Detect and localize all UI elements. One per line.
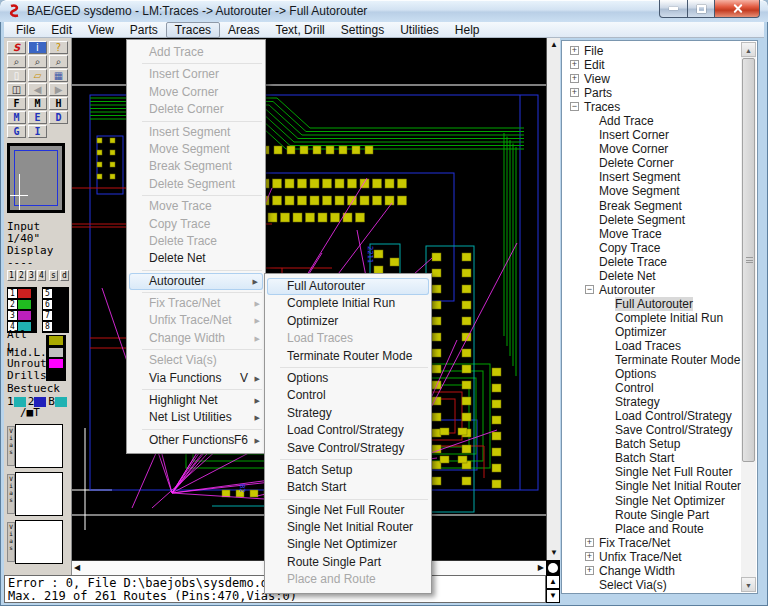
layer-row-2[interactable]: 2: [8, 299, 36, 310]
display-layer-drills[interactable]: Drills: [7, 370, 66, 382]
tree-expander-icon[interactable]: +: [570, 46, 579, 55]
menu-item-other-functions[interactable]: Other FunctionsF6▶: [127, 432, 265, 449]
menu-item-select-via-s[interactable]: Select Via(s): [127, 352, 265, 369]
layer-row-6[interactable]: 6: [43, 299, 68, 310]
tree-item-terminate-router-mode[interactable]: Terminate Router Mode: [562, 353, 740, 367]
tree-item-strategy[interactable]: Strategy: [562, 395, 740, 409]
menu-item-fix-trace-net[interactable]: Fix Trace/Net▶: [127, 295, 265, 312]
layer-row-8[interactable]: 8: [43, 321, 68, 332]
menu-item-move-trace[interactable]: Move Trace: [127, 198, 265, 215]
tree-expander-icon[interactable]: +: [570, 74, 579, 83]
layer-button-3[interactable]: 3: [27, 270, 36, 281]
maximize-button[interactable]: [688, 0, 715, 18]
status-scroll-up-button[interactable]: ▲: [546, 575, 560, 589]
layer-button-4[interactable]: 4: [37, 270, 46, 281]
menubar-item-file[interactable]: File: [8, 22, 43, 38]
scroll-down-icon[interactable]: ▼: [550, 547, 558, 559]
menu-item-change-width[interactable]: Change Width▶: [127, 330, 265, 347]
toolbar-m-0-button[interactable]: M: [28, 97, 47, 110]
pcb-vertical-scrollbar[interactable]: ▲ ▼: [546, 38, 560, 560]
minimize-button[interactable]: [659, 0, 688, 18]
open-folder-button[interactable]: ▱: [28, 69, 47, 82]
via-preview-box[interactable]: Vias: [4, 424, 66, 468]
menu-item-load-traces[interactable]: Load Traces: [265, 330, 431, 347]
layer-color-table-left[interactable]: 1234: [7, 287, 37, 333]
menu-item-optimizer[interactable]: Optimizer: [265, 313, 431, 330]
tree-item-move-corner[interactable]: Move Corner: [562, 142, 740, 156]
tree-item-autorouter[interactable]: −Autorouter: [562, 283, 740, 297]
tree-item-view[interactable]: +View: [562, 72, 740, 86]
tree-item-add-trace[interactable]: Add Trace: [562, 114, 740, 128]
layer-button-s[interactable]: s: [49, 270, 58, 281]
menu-item-place-and-route[interactable]: Place and Route: [265, 571, 431, 588]
tree-item-break-segment[interactable]: Break Segment: [562, 199, 740, 213]
tree-scroll-thumb[interactable]: [742, 58, 755, 462]
layer-row-7[interactable]: 7: [43, 310, 68, 321]
menu-item-add-trace[interactable]: Add Trace: [127, 44, 265, 61]
layer-row-5[interactable]: 5: [43, 288, 68, 299]
menu-item-route-single-part[interactable]: Route Single Part: [265, 554, 431, 571]
tree-item-batch-start[interactable]: Batch Start: [562, 451, 740, 465]
menubar-item-settings[interactable]: Settings: [333, 22, 392, 38]
tree-item-insert-corner[interactable]: Insert Corner: [562, 128, 740, 142]
back-arrow-button[interactable]: ◀: [28, 83, 47, 96]
menu-item-insert-corner[interactable]: Insert Corner: [127, 66, 265, 83]
bae-logo-button[interactable]: S: [7, 41, 26, 54]
tree-item-fix-trace-net[interactable]: +Fix Trace/Net: [562, 536, 740, 550]
tree-scroll-down-button[interactable]: ▼: [741, 577, 756, 592]
menu-item-highlight-net[interactable]: Highlight Net▶: [127, 392, 265, 409]
new-file-button[interactable]: ▯: [7, 69, 26, 82]
tree-item-select-via-s[interactable]: Select Via(s): [562, 578, 740, 592]
board-overview-thumbnail[interactable]: [7, 143, 65, 213]
tree-item-full-autorouter[interactable]: Full Autorouter: [562, 297, 740, 311]
menu-item-net-list-utilities[interactable]: Net List Utilities▶: [127, 409, 265, 426]
tree-item-edit[interactable]: +Edit: [562, 58, 740, 72]
tree-item-single-net-full-router[interactable]: Single Net Full Router: [562, 465, 740, 479]
tree-item-unfix-trace-net[interactable]: +Unfix Trace/Net: [562, 550, 740, 564]
scrollbar-corner-knob[interactable]: [546, 560, 560, 575]
tree-item-move-segment[interactable]: Move Segment: [562, 184, 740, 198]
bestueck-color-chip[interactable]: [34, 397, 46, 407]
menu-item-strategy[interactable]: Strategy: [265, 405, 431, 422]
menu-item-autorouter[interactable]: Autorouter▶: [129, 273, 263, 290]
toolbar-e-1-button[interactable]: E: [28, 111, 47, 124]
tree-scroll-up-button[interactable]: ▲: [741, 42, 756, 57]
layer-color-table-right[interactable]: 5678: [42, 287, 69, 333]
tree-item-save-control-strategy[interactable]: Save Control/Strategy: [562, 423, 740, 437]
tree-expander-icon[interactable]: +: [570, 88, 579, 97]
tree-item-options[interactable]: Options: [562, 367, 740, 381]
menu-item-move-corner[interactable]: Move Corner: [127, 84, 265, 101]
via-preview-box[interactable]: Vias: [4, 520, 66, 564]
help-button[interactable]: ?: [49, 41, 68, 54]
menubar-item-utilities[interactable]: Utilities: [392, 22, 447, 38]
menu-item-complete-initial-run[interactable]: Complete Initial Run: [265, 295, 431, 312]
tree-expander-icon[interactable]: +: [570, 60, 579, 69]
status-scroll-down-button[interactable]: ▼: [546, 589, 560, 603]
tree-item-control[interactable]: Control: [562, 381, 740, 395]
layer-row-1[interactable]: 1: [8, 288, 36, 299]
menu-item-load-control-strategy[interactable]: Load Control/Strategy: [265, 422, 431, 439]
toolbar-m-1-button[interactable]: M: [7, 111, 26, 124]
zoom-out-button[interactable]: ⌕: [7, 55, 26, 68]
mouse-button[interactable]: ◫: [7, 83, 26, 96]
bestueck-color-chip[interactable]: [55, 397, 67, 407]
layer-button-2[interactable]: 2: [17, 270, 26, 281]
menu-item-delete-segment[interactable]: Delete Segment: [127, 176, 265, 193]
tree-item-move-trace[interactable]: Move Trace: [562, 227, 740, 241]
title-bar[interactable]: BAE/GED sysdemo - LM:Traces -> Autoroute…: [0, 0, 768, 22]
menu-item-via-functions[interactable]: Via FunctionsV▶: [127, 370, 265, 387]
menubar-item-parts[interactable]: Parts: [122, 22, 166, 38]
tree-expander-icon[interactable]: −: [585, 285, 594, 294]
tree-item-delete-segment[interactable]: Delete Segment: [562, 213, 740, 227]
tree-item-traces[interactable]: −Traces: [562, 100, 740, 114]
scroll-left-icon[interactable]: ◀: [74, 562, 80, 574]
tree-item-delete-net[interactable]: Delete Net: [562, 269, 740, 283]
menu-item-delete-trace[interactable]: Delete Trace: [127, 233, 265, 250]
menu-item-control[interactable]: Control: [265, 387, 431, 404]
tree-item-parts[interactable]: +Parts: [562, 86, 740, 100]
tree-expander-icon[interactable]: −: [570, 102, 579, 111]
scroll-right-icon[interactable]: ▶: [538, 562, 544, 574]
tree-item-batch-setup[interactable]: Batch Setup: [562, 437, 740, 451]
tree-item-insert-segment[interactable]: Insert Segment: [562, 170, 740, 184]
zoom-window-button[interactable]: ⌕: [49, 55, 68, 68]
